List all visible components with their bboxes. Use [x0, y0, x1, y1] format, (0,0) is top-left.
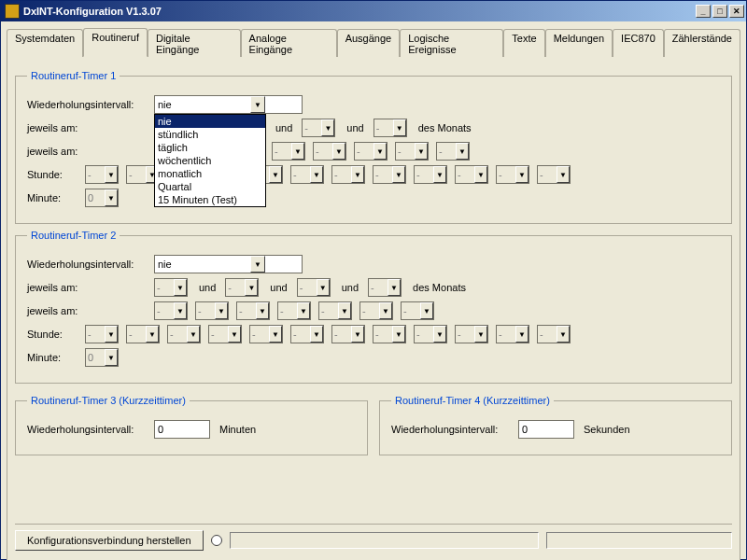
chevron-down-icon[interactable]: ▼ — [321, 119, 334, 136]
chevron-down-icon[interactable]: ▼ — [456, 143, 469, 160]
combo-day[interactable]: ▼ — [354, 142, 388, 161]
chevron-down-icon[interactable]: ▼ — [291, 143, 304, 160]
dropdown-item[interactable]: nie — [155, 115, 265, 128]
dropdown-item[interactable]: stündlich — [155, 128, 265, 141]
tab-iec870[interactable]: IEC870 — [613, 29, 664, 58]
dropdown-item[interactable]: täglich — [155, 141, 265, 154]
combo-day[interactable]: ▼ — [195, 301, 229, 320]
chevron-down-icon[interactable]: ▼ — [317, 279, 330, 296]
chevron-down-icon[interactable]: ▼ — [105, 166, 118, 183]
chevron-down-icon[interactable]: ▼ — [433, 166, 446, 183]
dropdown-intervall-1[interactable]: nie stündlich täglich wöchentlich monatl… — [154, 114, 266, 207]
chevron-down-icon[interactable]: ▼ — [105, 326, 118, 343]
chevron-down-icon[interactable]: ▼ — [250, 256, 265, 273]
combo-hour[interactable]: ▼ — [331, 325, 365, 343]
maximize-button[interactable]: □ — [712, 5, 727, 18]
chevron-down-icon[interactable]: ▼ — [105, 189, 118, 206]
combo-minute-1[interactable]: ▼ — [85, 189, 119, 207]
chevron-down-icon[interactable]: ▼ — [256, 302, 269, 319]
input-intervall-3[interactable] — [154, 420, 210, 439]
combo-hour[interactable]: ▼ — [249, 325, 283, 343]
combo-hour[interactable]: ▼ — [496, 325, 529, 343]
combo-hour[interactable]: ▼ — [455, 165, 488, 184]
chevron-down-icon[interactable]: ▼ — [174, 279, 187, 296]
chevron-down-icon[interactable]: ▼ — [297, 302, 310, 319]
combo-hour[interactable]: ▼ — [331, 165, 365, 184]
tab-routineruf[interactable]: Routineruf — [83, 28, 148, 57]
tab-texte[interactable]: Texte — [503, 29, 544, 58]
combo-day[interactable]: ▼ — [313, 142, 346, 161]
chevron-down-icon[interactable]: ▼ — [388, 279, 401, 296]
chevron-down-icon[interactable]: ▼ — [269, 166, 282, 183]
tab-zaehlerstaende[interactable]: Zählerstände — [664, 29, 740, 58]
combo-hour[interactable]: ▼ — [373, 165, 406, 184]
combo-day[interactable]: ▼ — [277, 301, 311, 320]
tab-digitale-eingaenge[interactable]: Digitale Eingänge — [148, 29, 241, 58]
combo-hour[interactable]: ▼ — [537, 165, 571, 184]
combo-month-1a[interactable]: ▼ — [302, 119, 335, 137]
dropdown-item[interactable]: monatlich — [155, 167, 265, 180]
combo-hour[interactable]: ▼ — [290, 165, 324, 184]
tab-meldungen[interactable]: Meldungen — [545, 29, 613, 58]
chevron-down-icon[interactable]: ▼ — [474, 166, 487, 183]
chevron-down-icon[interactable]: ▼ — [351, 166, 364, 183]
chevron-down-icon[interactable]: ▼ — [310, 166, 323, 183]
combo-month[interactable]: ▼ — [297, 278, 331, 297]
chevron-down-icon[interactable]: ▼ — [228, 326, 241, 343]
chevron-down-icon[interactable]: ▼ — [332, 143, 345, 160]
chevron-down-icon[interactable]: ▼ — [392, 166, 405, 183]
combo-hour[interactable]: ▼ — [126, 325, 160, 343]
combo-day[interactable]: ▼ — [401, 301, 434, 320]
combo-hour[interactable]: ▼ — [85, 325, 119, 343]
chevron-down-icon[interactable]: ▼ — [379, 302, 392, 319]
input-intervall-4[interactable] — [518, 420, 574, 439]
combo-hour[interactable]: ▼ — [537, 325, 571, 343]
combo-intervall-2-input[interactable] — [154, 255, 303, 273]
chevron-down-icon[interactable]: ▼ — [415, 143, 428, 160]
chevron-down-icon[interactable]: ▼ — [515, 326, 529, 343]
chevron-down-icon[interactable]: ▼ — [433, 326, 446, 343]
tab-analoge-eingaenge[interactable]: Analoge Eingänge — [241, 29, 337, 58]
chevron-down-icon[interactable]: ▼ — [174, 302, 187, 319]
tab-ausgaenge[interactable]: Ausgänge — [337, 29, 401, 58]
chevron-down-icon[interactable]: ▼ — [245, 279, 258, 296]
chevron-down-icon[interactable]: ▼ — [105, 349, 118, 366]
combo-hour[interactable]: ▼ — [414, 325, 447, 343]
status-radio[interactable] — [211, 535, 222, 546]
chevron-down-icon[interactable]: ▼ — [215, 302, 228, 319]
combo-month[interactable]: ▼ — [154, 278, 188, 297]
combo-day[interactable]: ▼ — [272, 142, 305, 161]
dropdown-item[interactable]: wöchentlich — [155, 154, 265, 167]
chevron-down-icon[interactable]: ▼ — [250, 96, 265, 113]
chevron-down-icon[interactable]: ▼ — [146, 326, 159, 343]
chevron-down-icon[interactable]: ▼ — [393, 119, 406, 136]
combo-month[interactable]: ▼ — [368, 278, 402, 297]
combo-day[interactable]: ▼ — [318, 301, 352, 320]
chevron-down-icon[interactable]: ▼ — [474, 326, 487, 343]
combo-intervall-2[interactable]: ▼ — [154, 255, 266, 273]
minimize-button[interactable]: _ — [696, 5, 711, 18]
connect-button[interactable]: Konfigurationsverbindung herstellen — [15, 530, 204, 551]
combo-day[interactable]: ▼ — [436, 142, 470, 161]
dropdown-item[interactable]: 15 Minuten (Test) — [155, 193, 265, 206]
combo-hour[interactable]: ▼ — [455, 325, 488, 343]
chevron-down-icon[interactable]: ▼ — [338, 302, 351, 319]
chevron-down-icon[interactable]: ▼ — [515, 166, 529, 183]
combo-intervall-1[interactable]: ▼ nie stündlich täglich wöchentlich mona… — [154, 95, 266, 114]
combo-hour[interactable]: ▼ — [85, 165, 119, 184]
combo-hour[interactable]: ▼ — [208, 325, 242, 343]
close-button[interactable]: ✕ — [729, 5, 744, 18]
combo-day[interactable]: ▼ — [236, 301, 270, 320]
chevron-down-icon[interactable]: ▼ — [557, 326, 570, 343]
combo-minute-2[interactable]: ▼ — [85, 348, 119, 367]
combo-month-1b[interactable]: ▼ — [374, 119, 407, 137]
chevron-down-icon[interactable]: ▼ — [374, 143, 387, 160]
chevron-down-icon[interactable]: ▼ — [351, 326, 364, 343]
combo-hour[interactable]: ▼ — [167, 325, 201, 343]
combo-day[interactable]: ▼ — [395, 142, 429, 161]
combo-month[interactable]: ▼ — [225, 278, 259, 297]
combo-day[interactable]: ▼ — [359, 301, 393, 320]
combo-hour[interactable]: ▼ — [373, 325, 406, 343]
tab-logische-ereignisse[interactable]: Logische Ereignisse — [400, 29, 503, 58]
combo-hour[interactable]: ▼ — [290, 325, 324, 343]
